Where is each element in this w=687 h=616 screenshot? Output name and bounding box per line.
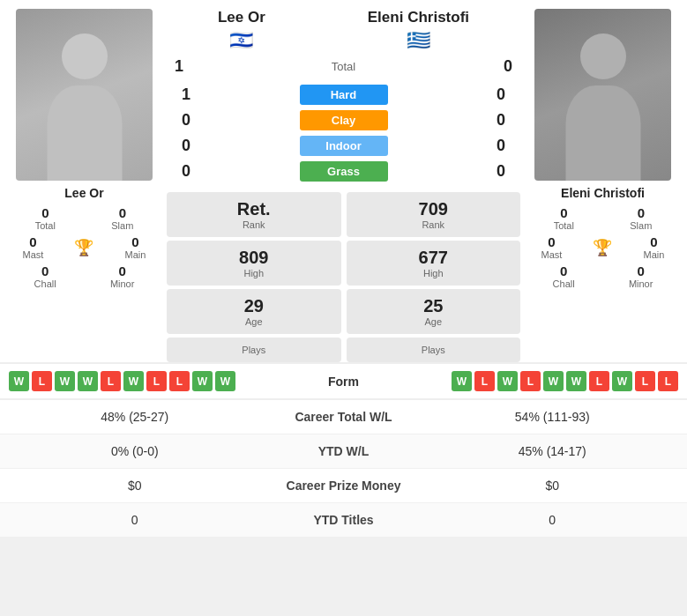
right-age-label: Age [354,316,514,327]
left-name-block: Lee Or 🇮🇱 [218,9,265,52]
left-player-card: Lee Or 0 Total 0 Slam 0 Mast [7,9,161,362]
right-age-value: 25 [354,296,514,316]
bs-right-1: 45% (14-17) [432,444,674,458]
right-hard-score: 0 [489,85,513,104]
clay-badge: Clay [300,110,388,130]
right-stat-chall: 0 Chall [553,263,575,289]
form-badge-l: L [101,371,121,391]
bottom-stat-row-3: 0 YTD Titles 0 [0,503,687,538]
left-age-panel: 29 Age [167,289,341,334]
right-name-block: Eleni Christofi 🇬🇷 [368,9,469,52]
form-badge-w: W [215,371,235,391]
bs-right-2: $0 [432,479,674,493]
bottom-stats-section: 48% (25-27) Career Total W/L 54% (111-93… [0,398,687,538]
right-plays-panel: Plays [347,338,521,362]
bs-left-0: 48% (25-27) [14,410,256,424]
center-column: Lee Or 🇮🇱 Eleni Christofi 🇬🇷 1 Total 0 [167,9,520,362]
right-rank-value: 709 [354,199,514,219]
left-age-label: Age [174,316,334,327]
form-badge-l: L [32,371,52,391]
clay-badge-center: Clay [198,110,489,130]
right-plays-label: Plays [354,345,514,355]
left-photo-body [47,85,122,181]
right-stats-row-1: 0 Total 0 Slam [526,205,680,231]
right-name-top: Eleni Christofi [368,9,469,26]
left-photo-head [62,33,108,79]
hard-score-row: 1 Hard 0 [174,85,513,105]
hard-badge: Hard [300,85,388,105]
right-high-label: High [354,268,514,278]
main-container: Lee Or 0 Total 0 Slam 0 Mast [0,0,687,538]
right-stats-row-2: 0 Mast 🏆 0 Main [526,234,680,260]
total-label-center: Total [191,60,496,73]
form-badge-l: L [169,371,190,391]
bottom-stat-row-1: 0% (0-0) YTD W/L 45% (14-17) [0,434,687,469]
bs-mid-0: Career Total W/L [256,410,432,424]
left-player-stats: 0 Total 0 Slam 0 Mast 🏆 [7,205,161,293]
total-score-row: 1 Total 0 [167,57,520,76]
right-grass-score: 0 [489,162,513,181]
left-indoor-score: 0 [174,137,198,155]
right-age-panel: 25 Age [347,289,521,334]
left-stats-row-1: 0 Total 0 Slam [7,205,161,231]
bs-mid-3: YTD Titles [256,513,432,527]
clay-score-row: 0 Clay 0 [174,110,513,130]
left-trophy-icon: 🏆 [74,234,93,260]
left-clay-score: 0 [174,111,198,130]
left-rank-value: Ret. [174,199,334,219]
form-badge-w: W [543,371,564,391]
form-badge-w: W [9,371,29,391]
left-stats-row-3: 0 Chall 0 Minor [7,263,161,289]
form-badge-l: L [520,371,541,391]
left-high-label: High [174,268,334,278]
right-photo-head [580,33,626,79]
surfaces-panel: 1 Hard 0 0 Clay 0 [167,79,520,187]
left-form-badges: WLWWLWLLWW [9,371,291,391]
bs-left-1: 0% (0-0) [14,444,256,458]
scores-section: 1 Total 0 1 Hard 0 [167,57,520,187]
bs-left-2: $0 [14,479,256,493]
bottom-stat-row-2: $0 Career Prize Money $0 [0,469,687,503]
right-total-score: 0 [496,57,520,76]
left-player-name: Lee Or [64,186,103,200]
indoor-badge: Indoor [300,136,388,156]
bs-mid-2: Career Prize Money [256,479,432,493]
right-indoor-score: 0 [489,137,513,155]
right-stat-slam: 0 Slam [630,205,652,231]
form-badge-l: L [146,371,167,391]
form-badge-l: L [589,371,609,391]
left-name-top: Lee Or [218,9,265,26]
indoor-score-row: 0 Indoor 0 [174,136,513,156]
form-badge-l: L [658,371,678,391]
left-grass-score: 0 [174,162,198,181]
left-rank-panel: Ret. Rank [167,192,341,237]
right-rank-label: Rank [354,219,514,230]
bs-right-3: 0 [432,513,674,527]
left-stat-total: 0 Total [35,205,56,231]
left-stat-minor: 0 Minor [110,263,135,289]
form-badge-w: W [452,371,472,391]
left-total-score: 1 [167,57,191,76]
right-clay-score: 0 [489,111,513,130]
right-stats-row-3: 0 Chall 0 Minor [526,263,680,289]
form-badge-w: W [612,371,632,391]
right-player-stats: 0 Total 0 Slam 0 Mast 🏆 [526,205,680,293]
right-rank-high-age: 709 Rank 677 High 25 Age Plays [347,192,521,362]
left-plays-label: Plays [174,345,334,355]
player-comparison-top: Lee Or 0 Total 0 Slam 0 Mast [0,0,687,362]
right-high-panel: 677 High [347,241,521,286]
left-age-value: 29 [174,296,334,316]
right-player-photo [534,9,671,181]
names-flags-row: Lee Or 🇮🇱 Eleni Christofi 🇬🇷 [167,9,520,57]
form-badge-w: W [55,371,75,391]
left-stat-chall: 0 Chall [34,263,56,289]
grass-badge-center: Grass [198,161,489,182]
right-trophy-icon: 🏆 [593,234,612,260]
left-stats-row-2: 0 Mast 🏆 0 Main [7,234,161,260]
left-plays-panel: Plays [167,338,341,362]
form-badge-w: W [566,371,586,391]
form-badge-w: W [78,371,98,391]
right-form-badges: WLWLWWLWLL [397,371,679,391]
right-rank-panel: 709 Rank [347,192,521,237]
form-badge-w: W [192,371,213,391]
